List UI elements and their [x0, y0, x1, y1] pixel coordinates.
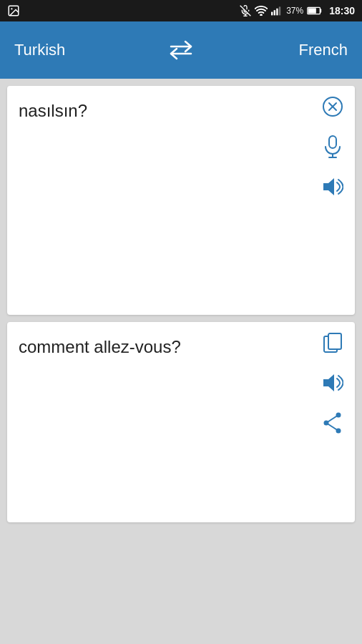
svg-point-1 [11, 8, 12, 9]
microphone-icon [323, 135, 343, 158]
target-language[interactable]: French [262, 41, 348, 59]
wifi-icon [255, 6, 268, 16]
swap-icon [168, 37, 194, 63]
target-text: comment allez-vous? [19, 337, 217, 356]
microphone-button[interactable] [321, 135, 345, 159]
main-content: nasılsın? [0, 79, 362, 644]
svg-line-27 [326, 415, 338, 423]
toolbar: Turkish French [0, 21, 362, 79]
signal-icon [271, 5, 283, 16]
clear-button[interactable] [321, 94, 345, 119]
svg-point-5 [260, 14, 262, 16]
close-icon [322, 96, 343, 117]
share-button[interactable] [321, 411, 345, 435]
status-left [7, 4, 20, 17]
status-right: 37% 18:30 [240, 5, 355, 16]
svg-rect-8 [276, 9, 278, 16]
svg-marker-23 [323, 374, 334, 391]
target-actions [321, 331, 345, 435]
battery-icon [307, 6, 323, 15]
source-speaker-button[interactable] [321, 175, 345, 199]
copy-button[interactable] [321, 331, 345, 355]
mute-icon [240, 5, 251, 16]
svg-rect-22 [328, 333, 341, 349]
svg-rect-17 [329, 136, 336, 148]
image-icon [7, 4, 20, 17]
battery-level: 37% [286, 6, 303, 16]
svg-rect-7 [274, 10, 275, 15]
target-speaker-button[interactable] [321, 371, 345, 395]
svg-rect-11 [308, 8, 316, 13]
target-card: comment allez-vous? [7, 322, 355, 522]
source-card: nasılsın? [7, 86, 355, 315]
speaker-icon [322, 177, 343, 197]
svg-rect-9 [279, 6, 280, 15]
svg-rect-6 [271, 12, 273, 16]
copy-icon [323, 332, 343, 353]
clock: 18:30 [329, 5, 355, 16]
svg-marker-20 [323, 178, 334, 195]
share-icon [323, 412, 343, 434]
status-bar: 37% 18:30 [0, 0, 362, 21]
source-language[interactable]: Turkish [14, 41, 100, 59]
source-actions [321, 94, 345, 199]
target-speaker-icon [322, 373, 343, 393]
swap-button[interactable] [168, 37, 194, 63]
source-text: nasılsın? [19, 101, 123, 120]
svg-line-28 [326, 423, 338, 431]
